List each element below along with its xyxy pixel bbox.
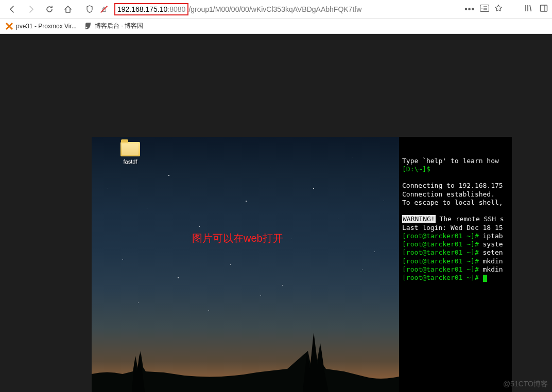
term-prompt: [root@tarcker01 ~]# [402, 265, 479, 273]
bookmark-item-cnblogs[interactable]: 博客后台 - 博客园 [84, 22, 144, 30]
svg-point-2 [481, 8, 482, 9]
reload-icon [45, 5, 54, 13]
ip-highlight: 192.168.175.10:8080 [114, 3, 188, 15]
terminal-panel: Type `help' to learn how [D:\~]$ Connect… [399, 137, 512, 392]
term-line: Last login: Wed Dec 18 15 [402, 224, 503, 231]
term-line: Connection established. [402, 190, 495, 198]
bookmark-star-icon[interactable] [494, 4, 503, 14]
watermark: @51CTO博客 [503, 380, 548, 389]
address-right-controls: ••• [464, 4, 503, 14]
svg-line-8 [530, 5, 531, 11]
folder-label: fastdf [120, 158, 140, 165]
proxmox-icon [5, 22, 13, 30]
address-bar-container: 192.168.175.10:8080/group1/M00/00/00/wKi… [82, 1, 503, 17]
insecure-lock-icon[interactable] [97, 2, 111, 16]
term-cmd: mkdin [479, 265, 503, 273]
term-cmd: mkdin [479, 257, 503, 265]
term-line: Type `help' to learn how [402, 157, 499, 165]
arrow-left-icon [8, 5, 16, 13]
toolbar-right-icons [524, 4, 548, 14]
home-icon [64, 5, 72, 13]
term-prompt: [root@tarcker01 ~]# [402, 240, 479, 248]
term-line: Connecting to 192.168.175 [402, 182, 503, 189]
folder-icon [120, 142, 140, 156]
home-button[interactable] [60, 2, 76, 16]
bookmark-item-proxmox[interactable]: pve31 - Proxmox Vir... [5, 22, 77, 30]
term-cmd: syste [479, 240, 503, 248]
address-bar[interactable]: 192.168.175.10:8080/group1/M00/00/00/wKi… [111, 1, 464, 17]
bookmark-label: 博客后台 - 博客园 [95, 22, 144, 30]
svg-rect-9 [541, 5, 547, 11]
term-cmd: iptab [479, 232, 503, 240]
term-prompt-local: [D:\~]$ [402, 165, 430, 173]
shield-icon[interactable] [82, 2, 97, 16]
back-button[interactable] [4, 2, 21, 16]
arrow-right-icon [27, 5, 35, 13]
term-prompt: [root@tarcker01 ~]# [402, 274, 479, 281]
desktop-folder: fastdf [120, 142, 140, 165]
displayed-image: fastdf 图片可以在web打开 Type `help' to learn h… [92, 137, 512, 392]
term-line: To escape to local shell, [402, 199, 503, 206]
sidebar-icon[interactable] [540, 4, 548, 14]
page-actions-icon[interactable]: ••• [464, 5, 475, 14]
terminal-cursor [483, 275, 487, 282]
reader-mode-icon[interactable] [480, 5, 489, 14]
term-warning-label: WARNING! [402, 215, 436, 223]
term-prompt: [root@tarcker01 ~]# [402, 248, 479, 256]
svg-rect-0 [102, 9, 106, 11]
term-prompt: [root@tarcker01 ~]# [402, 232, 479, 240]
bookmarks-bar: pve31 - Proxmox Vir... 博客后台 - 博客园 [0, 19, 552, 34]
trees-silhouette [92, 325, 399, 392]
address-path: /group1/M00/00/00/wKivCl353kqAVBDgAAbhFQ… [188, 5, 361, 13]
term-cmd: seten [479, 248, 503, 256]
bookmark-label: pve31 - Proxmox Vir... [16, 23, 77, 30]
forward-button[interactable] [23, 2, 39, 16]
term-prompt: [root@tarcker01 ~]# [402, 257, 479, 265]
address-port: :8080 [167, 5, 185, 13]
term-cmd [479, 274, 483, 281]
library-icon[interactable] [524, 4, 532, 14]
browser-toolbar: 192.168.175.10:8080/group1/M00/00/00/wKi… [0, 0, 552, 19]
term-line: The remote SSH s [436, 215, 504, 223]
desktop-wallpaper-area: fastdf 图片可以在web打开 [92, 137, 399, 392]
page-content: fastdf 图片可以在web打开 Type `help' to learn h… [0, 34, 552, 392]
address-ip: 192.168.175.10 [117, 5, 167, 13]
cnblogs-icon [84, 22, 92, 30]
image-caption: 图片可以在web打开 [192, 231, 283, 245]
reload-button[interactable] [41, 2, 58, 16]
